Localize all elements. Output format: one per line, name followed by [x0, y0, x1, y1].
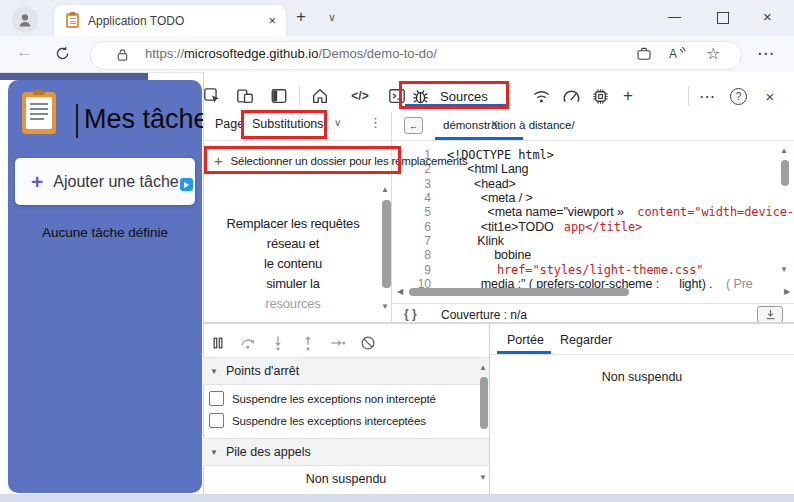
code-line[interactable]: <meta name="viewport » content="width=de… — [447, 205, 794, 219]
pretty-print-button[interactable]: { } — [404, 307, 417, 321]
browser-tab[interactable]: Application TODO × — [54, 5, 286, 36]
gutter-line-number[interactable]: 3 — [395, 177, 431, 191]
step-into-button[interactable] — [266, 331, 290, 355]
tab-welcome[interactable] — [308, 84, 332, 108]
uncaught-exceptions-checkbox[interactable] — [209, 391, 224, 406]
select-folder-button[interactable]: + Sélectionner un dossier pour les rempl… — [214, 152, 467, 169]
split-screen-button[interactable] — [636, 46, 652, 62]
editor-scroll-down-icon[interactable]: ▼ — [780, 266, 788, 274]
drawer-toggle-button[interactable] — [757, 306, 783, 323]
scope-tab[interactable]: Portée — [507, 333, 544, 347]
call-stack-header-label: Pile des appels — [226, 445, 311, 459]
pause-button[interactable] — [206, 331, 230, 355]
inspect-icon — [203, 87, 221, 105]
read-aloud-button[interactable]: A — [668, 45, 687, 62]
debugger-scroll-down-icon[interactable]: ▼ — [479, 474, 487, 482]
navigator-kebab-icon[interactable]: ⋮ — [369, 115, 382, 130]
editor-scroll-left-icon[interactable]: ◀ — [397, 288, 403, 296]
deactivate-breakpoints-button[interactable] — [356, 331, 380, 355]
step-over-button[interactable] — [236, 331, 260, 355]
deactivate-breakpoints-icon — [359, 334, 377, 352]
scope-not-paused-message: Non suspendu — [490, 370, 794, 384]
navigator-tab-page[interactable]: Page — [215, 117, 244, 131]
caught-exceptions-label[interactable]: Suspendre les exceptions interceptées — [232, 415, 426, 427]
debugger-scroll-up-icon[interactable]: ▲ — [479, 364, 487, 372]
gutter-line-number[interactable]: 6 — [395, 220, 431, 234]
uncaught-exceptions-row[interactable]: Suspendre les exceptions non intercepté — [209, 391, 436, 406]
editor-scrollbar-thumb[interactable] — [781, 160, 789, 186]
step-button[interactable] — [326, 331, 350, 355]
tab-memory[interactable] — [588, 84, 612, 108]
tab-elements[interactable]: </> — [348, 84, 372, 108]
code-line[interactable]: <tit1e>TODO app</title> — [447, 220, 642, 234]
profile-button[interactable] — [12, 7, 38, 33]
tab-list-chevron-icon[interactable]: ∨ — [328, 11, 336, 24]
navigator-editor-divider[interactable] — [391, 112, 392, 322]
tab-performance[interactable] — [559, 84, 583, 108]
devtools-more-button[interactable]: ⋯ — [695, 84, 719, 108]
step-out-button[interactable] — [296, 331, 320, 355]
gutter-line-number[interactable]: 8 — [395, 248, 431, 262]
scroll-down-icon[interactable]: ▼ — [381, 303, 389, 311]
lock-icon[interactable] — [116, 48, 129, 62]
editor-tab-close-icon[interactable]: × — [491, 117, 498, 131]
sources-tab-label[interactable]: Sources — [440, 89, 488, 104]
gutter-line-number[interactable]: 7 — [395, 234, 431, 248]
caught-exceptions-row[interactable]: Suspendre les exceptions interceptées — [209, 413, 426, 428]
back-button[interactable]: ← — [16, 42, 33, 62]
more-tabs-chevron-icon[interactable]: ∨ — [334, 117, 341, 128]
editor-scroll-up-icon[interactable]: ▲ — [780, 147, 788, 155]
tab-close-icon[interactable]: × — [268, 13, 276, 28]
editor-hscrollbar-thumb[interactable] — [409, 288, 629, 296]
tabs-row-border — [203, 140, 794, 141]
gutter-line-number[interactable]: 9 — [395, 263, 431, 277]
overrides-description-line: réseau et — [203, 236, 383, 251]
uncaught-exceptions-label[interactable]: Suspendre les exceptions non intercepté — [232, 393, 436, 405]
new-tab-button[interactable]: + — [296, 7, 306, 27]
code-line[interactable]: <head> — [447, 177, 516, 191]
horizontal-splitter[interactable] — [203, 322, 794, 324]
settings-more-button[interactable]: ⋯ — [757, 43, 774, 64]
add-tools-button[interactable]: + — [616, 84, 640, 108]
call-stack-section-header[interactable]: ▼ Pile des appels — [203, 438, 489, 466]
translate-badge-icon — [180, 178, 193, 191]
scroll-up-icon[interactable]: ▲ — [381, 186, 389, 194]
devtools-help-button[interactable]: ? — [730, 88, 747, 105]
refresh-button[interactable] — [54, 45, 71, 62]
caught-exceptions-checkbox[interactable] — [209, 413, 224, 428]
window-maximize-button[interactable] — [717, 12, 729, 24]
resources-link[interactable]: resources — [203, 296, 383, 311]
code-line[interactable]: <meta / > — [447, 191, 533, 205]
navigator-tab-overrides[interactable]: Substitutions — [252, 117, 324, 131]
app-title: Mes tâches — [84, 104, 222, 135]
hide-navigator-button[interactable]: ← — [404, 117, 423, 134]
window-minimize-button[interactable]: — — [668, 9, 681, 24]
editor-tab-label[interactable]: démonstration à distance/ — [443, 119, 575, 131]
overrides-description-line: Remplacer les requêtes — [203, 216, 383, 231]
statusbar-border — [391, 303, 794, 304]
bottom-panels-divider[interactable] — [489, 324, 490, 494]
inspect-element-button[interactable] — [200, 84, 224, 108]
url-scheme: https:// — [145, 46, 184, 61]
gutter-line-number[interactable]: 5 — [395, 205, 431, 219]
add-task-button[interactable]: + Ajouter une tâche — [15, 158, 195, 205]
favorites-star-icon[interactable]: ☆ — [706, 44, 720, 63]
browser-window: Application TODO × + ∨ — × ← https://mic… — [0, 0, 794, 502]
code-line[interactable]: bobine — [447, 248, 531, 262]
focus-mode-button[interactable] — [267, 84, 291, 108]
scope-tabs-border — [490, 354, 794, 355]
editor-scroll-right-icon[interactable]: ▶ — [784, 288, 790, 296]
breakpoints-section-header[interactable]: ▼ Points d'arrêt — [203, 358, 489, 385]
devtools-close-button[interactable]: × — [758, 84, 782, 108]
url-text[interactable]: https://microsoftedge.github.io/Demos/de… — [145, 46, 437, 61]
tab-network[interactable] — [529, 84, 553, 108]
code-line[interactable]: href="styles/light-theme.css" — [447, 263, 704, 277]
editor-tab-underline — [435, 137, 523, 140]
watch-tab[interactable]: Regarder — [560, 333, 612, 347]
device-emulation-button[interactable] — [233, 84, 257, 108]
window-close-button[interactable]: × — [763, 8, 772, 25]
gutter-line-number[interactable]: 4 — [395, 191, 431, 205]
code-line[interactable]: Klink — [447, 234, 504, 248]
debugger-scrollbar-thumb[interactable] — [480, 377, 488, 429]
navigator-scrollbar-thumb[interactable] — [382, 200, 391, 288]
